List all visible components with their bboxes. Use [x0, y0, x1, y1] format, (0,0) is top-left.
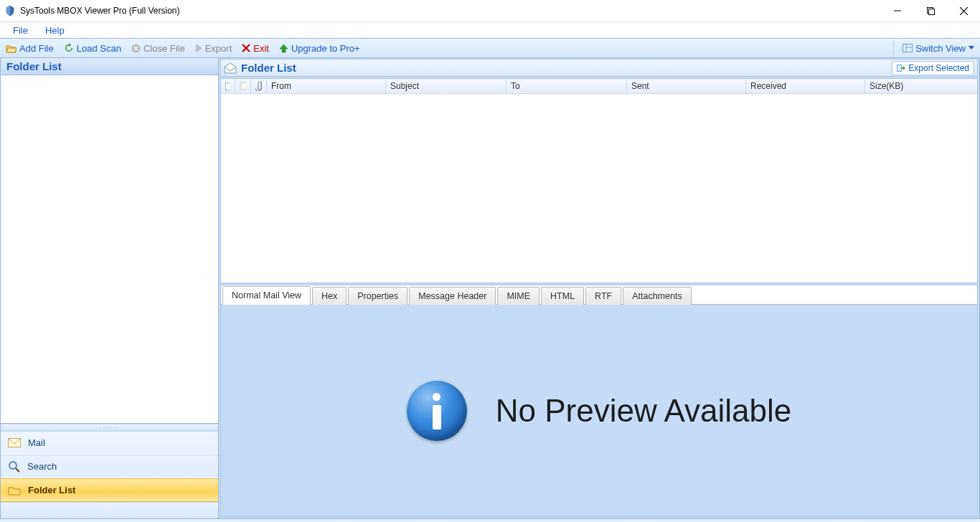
- upgrade-button[interactable]: Upgrade to Pro+: [278, 43, 362, 54]
- window-title: SysTools MBOX Viewer Pro (Full Version): [20, 6, 180, 16]
- play-icon: [195, 44, 202, 52]
- tab-mime[interactable]: MIME: [497, 287, 540, 305]
- message-grid[interactable]: From Subject To Sent Received Size(KB): [220, 78, 978, 283]
- envelope-open-icon: [224, 62, 237, 74]
- right-pane: Folder List Export Selected: [219, 58, 980, 518]
- switch-view-button[interactable]: Switch View: [901, 43, 976, 54]
- svg-point-14: [9, 462, 17, 469]
- close-file-button[interactable]: Close File: [130, 43, 187, 54]
- tab-hex[interactable]: Hex: [312, 287, 347, 305]
- app-icon: [4, 5, 16, 16]
- svg-line-15: [16, 468, 19, 472]
- column-attachment[interactable]: [251, 79, 267, 93]
- status-strip: [0, 518, 980, 522]
- layout-icon: [903, 44, 913, 52]
- svg-rect-18: [240, 82, 246, 90]
- svg-rect-2: [928, 9, 934, 14]
- svg-rect-17: [226, 82, 231, 90]
- preview-tabs: Normal Mail View Hex Properties Message …: [221, 285, 977, 305]
- left-pane: Folder List ······ Mail Search Fold: [0, 58, 219, 518]
- column-sent[interactable]: Sent: [627, 79, 746, 93]
- left-footer: [1, 502, 218, 518]
- export-button[interactable]: Export: [194, 43, 234, 54]
- chevron-down-icon: [969, 46, 974, 50]
- export-arrow-icon: [897, 65, 905, 72]
- load-scan-button[interactable]: Load Scan: [62, 43, 123, 54]
- svg-rect-16: [897, 65, 902, 71]
- exit-button[interactable]: Exit: [240, 43, 270, 54]
- column-size[interactable]: Size(KB): [865, 79, 977, 93]
- right-header-title: Folder List: [241, 62, 296, 74]
- no-preview-label: No Preview Available: [496, 393, 792, 429]
- magnifier-icon: [8, 460, 20, 473]
- preview-area: No Preview Available: [221, 305, 977, 516]
- folder-tree[interactable]: [1, 75, 218, 424]
- nav-mail[interactable]: Mail: [1, 431, 218, 455]
- column-from[interactable]: From: [267, 79, 386, 93]
- folder-icon: [8, 485, 21, 495]
- menubar: File Help: [0, 22, 980, 38]
- folder-list-header: Folder List: [1, 58, 218, 75]
- tab-properties[interactable]: Properties: [348, 287, 407, 305]
- toolbar-separator: [893, 42, 894, 54]
- tab-html[interactable]: HTML: [541, 287, 584, 305]
- close-button[interactable]: [947, 0, 980, 22]
- tab-attachments[interactable]: Attachments: [623, 287, 691, 305]
- left-splitter[interactable]: ······: [1, 424, 218, 431]
- menu-file[interactable]: File: [13, 25, 28, 36]
- envelope-icon: [8, 438, 21, 448]
- menu-help[interactable]: Help: [45, 25, 65, 36]
- x-icon: [242, 44, 250, 52]
- nav-list: Mail Search Folder List: [1, 431, 218, 502]
- add-file-button[interactable]: Add File: [4, 43, 55, 54]
- svg-rect-10: [903, 44, 913, 52]
- column-icon[interactable]: [235, 79, 251, 93]
- titlebar: SysTools MBOX Viewer Pro (Full Version): [0, 0, 980, 22]
- column-subject[interactable]: Subject: [386, 79, 507, 93]
- tab-message-header[interactable]: Message Header: [409, 287, 496, 305]
- maximize-button[interactable]: [914, 0, 947, 22]
- arrow-up-icon: [279, 44, 288, 53]
- column-to[interactable]: To: [507, 79, 627, 93]
- minimize-button[interactable]: [881, 0, 914, 22]
- folder-open-icon: [6, 44, 17, 53]
- export-selected-button[interactable]: Export Selected: [892, 61, 974, 75]
- toolbar: Add File Load Scan Close File Export Exi…: [0, 38, 980, 58]
- refresh-icon: [64, 43, 74, 53]
- column-received[interactable]: Received: [746, 79, 865, 93]
- nav-folder-list[interactable]: Folder List: [1, 478, 218, 502]
- right-header-bar: Folder List Export Selected: [220, 59, 978, 77]
- tab-normal-mail-view[interactable]: Normal Mail View: [222, 286, 311, 305]
- grid-header: From Subject To Sent Received Size(KB): [221, 79, 977, 94]
- tab-rtf[interactable]: RTF: [585, 287, 621, 305]
- close-circle-icon: [131, 44, 141, 53]
- info-icon: [407, 381, 467, 441]
- nav-search[interactable]: Search: [1, 455, 218, 478]
- column-checkbox[interactable]: [221, 79, 235, 93]
